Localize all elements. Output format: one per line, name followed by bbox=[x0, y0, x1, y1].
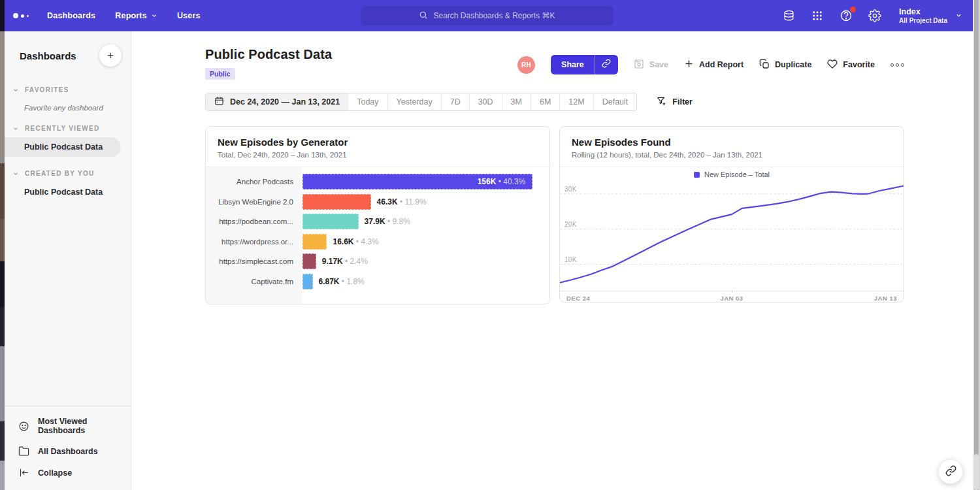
preset-today[interactable]: Today bbox=[348, 93, 387, 110]
avatar[interactable]: RH bbox=[517, 56, 535, 74]
chevron-down-icon bbox=[12, 171, 19, 177]
bar-category-label: Captivate.fm bbox=[206, 278, 302, 286]
floating-copy-link-button[interactable] bbox=[938, 459, 963, 484]
preset-default[interactable]: Default bbox=[593, 93, 637, 110]
report-card-new-episodes-found: New Episodes Found Rolling (12 hours), t… bbox=[559, 126, 904, 302]
bar-category-label: https://wordpress.or... bbox=[206, 238, 302, 246]
save-icon bbox=[634, 59, 644, 71]
bar-category-label: https://podbean.com... bbox=[206, 218, 302, 225]
bar-category-label: Anchor Podcasts bbox=[206, 178, 302, 186]
add-dashboard-button[interactable]: + bbox=[99, 44, 122, 67]
duplicate-button[interactable]: Duplicate bbox=[759, 59, 811, 71]
bar-https-simplecast-com bbox=[302, 253, 316, 269]
save-button[interactable]: Save bbox=[634, 59, 668, 71]
sidebar-footer-most-viewed-dashboards[interactable]: Most Viewed Dashboards bbox=[5, 412, 131, 440]
page-title: Public Podcast Data bbox=[205, 47, 332, 62]
card-subtitle: Rolling (12 hours), total, Dec 24th, 202… bbox=[572, 151, 892, 159]
x-axis-label-jan-13: JAN 13 bbox=[874, 295, 897, 302]
sidebar-item-public-podcast-data[interactable]: Public Podcast Data bbox=[5, 137, 121, 157]
smiley-icon bbox=[18, 421, 29, 432]
sidebar-section-header-recently-viewed[interactable]: RECENTLY VIEWED bbox=[5, 125, 131, 132]
more-options-button[interactable] bbox=[890, 63, 904, 67]
nav-item-label: Reports bbox=[115, 11, 147, 20]
nav-item-users[interactable]: Users bbox=[177, 11, 201, 20]
background-scrollbar-thumb[interactable] bbox=[974, 454, 979, 490]
legend-label: New Episode – Total bbox=[704, 171, 770, 178]
line-chart: 10K20K30K bbox=[560, 182, 904, 291]
date-range-group: Dec 24, 2020 — Jan 13, 2021 TodayYesterd… bbox=[205, 93, 637, 111]
bar-value-label: 16.6K • 4.3% bbox=[333, 237, 378, 246]
sidebar-footer-all-dashboards[interactable]: All Dashboards bbox=[5, 440, 131, 462]
date-presets: TodayYesterday7D30D3M6M12MDefault bbox=[348, 93, 636, 110]
preset-30d[interactable]: 30D bbox=[469, 93, 502, 110]
sidebar-footer-label: All Dashboards bbox=[38, 447, 98, 456]
bar-category-label: Libsyn WebEngine 2.0 bbox=[206, 198, 302, 206]
nav-item-dashboards[interactable]: Dashboards bbox=[47, 11, 95, 20]
bar-value-label: 6.87K • 1.8% bbox=[319, 277, 365, 286]
filter-button[interactable]: Filter bbox=[657, 96, 693, 108]
bar-https-podbean-com bbox=[302, 214, 359, 229]
brand-logo-icon[interactable] bbox=[13, 13, 29, 18]
search-input[interactable]: Search Dashboards & Reports ⌘K bbox=[361, 6, 613, 25]
notification-badge bbox=[850, 7, 856, 12]
copy-link-button[interactable] bbox=[595, 55, 618, 74]
chart-legend[interactable]: New Episode – Total bbox=[560, 167, 904, 182]
bar-https-wordpress-or bbox=[302, 234, 327, 250]
link-icon bbox=[602, 59, 611, 71]
topnav-right: Index All Project Data bbox=[781, 7, 962, 25]
nav-item-label: Users bbox=[177, 11, 201, 20]
nav-item-reports[interactable]: Reports bbox=[115, 11, 157, 20]
sidebar-section-header-favorites[interactable]: FAVORITES bbox=[5, 86, 131, 93]
x-axis: DEC 24JAN 03JAN 13 bbox=[560, 291, 904, 302]
chevron-down-icon bbox=[955, 10, 962, 22]
visibility-badge: Public bbox=[205, 68, 235, 80]
line-chart-svg bbox=[560, 182, 904, 291]
x-axis-label-jan-03: JAN 03 bbox=[720, 295, 743, 302]
preset-6m[interactable]: 6M bbox=[531, 93, 559, 110]
bar-libsyn-webengine-2-0 bbox=[302, 194, 371, 210]
favorite-button[interactable]: Favorite bbox=[827, 59, 875, 71]
share-button[interactable]: Share bbox=[551, 55, 595, 74]
sidebar-empty-hint: Favorite any dashboard bbox=[24, 104, 131, 112]
bar-percent-label: • 2.4% bbox=[343, 257, 368, 266]
sidebar-section-label: RECENTLY VIEWED bbox=[25, 125, 100, 132]
background-window-left-edge bbox=[0, 0, 5, 490]
bar-percent-label: • 4.3% bbox=[354, 237, 379, 246]
app-window: DashboardsReportsUsers Search Dashboards… bbox=[5, 0, 973, 490]
bar-value-label: 9.17K • 2.4% bbox=[322, 257, 368, 266]
chevron-down-icon bbox=[151, 12, 157, 19]
preset-3m[interactable]: 3M bbox=[502, 93, 531, 110]
help-icon[interactable] bbox=[839, 8, 853, 23]
axis-tick bbox=[732, 290, 732, 293]
bar-percent-label: • 1.8% bbox=[340, 277, 365, 286]
date-range-label: Dec 24, 2020 — Jan 13, 2021 bbox=[230, 97, 340, 106]
collapse-icon bbox=[18, 467, 29, 478]
legend-swatch bbox=[694, 172, 700, 178]
date-range-picker[interactable]: Dec 24, 2020 — Jan 13, 2021 bbox=[206, 93, 348, 110]
preset-yesterday[interactable]: Yesterday bbox=[387, 93, 441, 110]
workspace-switcher[interactable]: Index All Project Data bbox=[899, 7, 962, 25]
bar-row-https-podbean-com: https://podbean.com...37.9K • 9.8% bbox=[206, 212, 549, 232]
settings-gear-icon[interactable] bbox=[868, 8, 882, 23]
apps-grid-icon[interactable] bbox=[810, 8, 825, 23]
sidebar-section-header-created-by-you[interactable]: CREATED BY YOU bbox=[5, 170, 131, 177]
sidebar-section-label: FAVORITES bbox=[25, 86, 69, 93]
duplicate-icon bbox=[759, 59, 770, 71]
filter-funnel-icon bbox=[657, 96, 666, 108]
sidebar-footer-collapse[interactable]: Collapse bbox=[5, 462, 131, 483]
sidebar: Dashboards + FAVORITESFavorite any dashb… bbox=[5, 31, 131, 490]
bar-percent-label: • 11.9% bbox=[398, 197, 427, 206]
preset-7d[interactable]: 7D bbox=[441, 93, 469, 110]
plus-icon bbox=[684, 59, 694, 71]
search-placeholder: Search Dashboards & Reports ⌘K bbox=[433, 11, 555, 20]
main-content: Public Podcast Data Public RH Share bbox=[131, 31, 973, 490]
folder-icon bbox=[18, 446, 29, 457]
bar-percent-label: • 40.3% bbox=[496, 177, 525, 186]
preset-12m[interactable]: 12M bbox=[559, 93, 593, 110]
sidebar-title: Dashboards bbox=[20, 50, 76, 61]
add-report-button[interactable]: Add Report bbox=[684, 59, 743, 71]
data-sources-icon[interactable] bbox=[781, 8, 796, 23]
chevron-down-icon bbox=[12, 87, 19, 93]
bar-percent-label: • 9.8% bbox=[385, 217, 410, 226]
sidebar-item-public-podcast-data[interactable]: Public Podcast Data bbox=[5, 182, 131, 202]
